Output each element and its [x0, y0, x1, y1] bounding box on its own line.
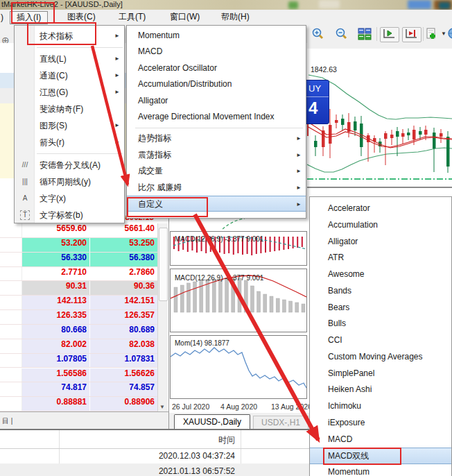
indicators-menu-item-momentum[interactable]: Momentum — [127, 28, 306, 44]
insert-menu-item-text[interactable]: A文字(x) — [15, 190, 124, 207]
one-click-buy-button[interactable]: UY 4 — [305, 80, 329, 124]
bid-cell[interactable]: 74.817 — [22, 382, 90, 396]
menubar-item-tools[interactable]: 工具(T) — [112, 11, 152, 23]
insert-menu-item-technical-indicators[interactable]: 技术指标► — [15, 28, 124, 44]
market-watch-row[interactable]: 56.33056.380 — [0, 253, 157, 267]
indicators-menu-item-accumulation-distribution[interactable]: Accumulation/Distribution — [127, 76, 306, 92]
menubar-item-window[interactable]: 窗口(W) — [164, 11, 206, 23]
bid-cell[interactable]: 1.56586 — [22, 368, 90, 382]
ask-cell[interactable]: 5661.40 — [90, 223, 157, 237]
custom-menu-item-alligator[interactable]: Alligator — [310, 234, 451, 250]
add-indicator-icon[interactable] — [425, 27, 442, 41]
custom-menu-item-atr[interactable]: ATR — [310, 250, 451, 266]
bid-cell[interactable]: 2.7710 — [22, 267, 90, 281]
bid-cell[interactable]: 82.002 — [22, 339, 90, 353]
custom-menu-item-custom-moving-averages[interactable]: Custom Moving Averages — [310, 349, 451, 366]
indicators-menu-item-custom[interactable]: 自定义► — [127, 196, 306, 212]
ask-cell[interactable]: 80.689 — [90, 325, 157, 339]
insert-menu-item-andrews-pitchfork[interactable]: ///安德鲁分叉线(A) — [15, 157, 124, 173]
ask-cell[interactable]: 1.07831 — [90, 354, 157, 368]
custom-menu-item-bands[interactable]: Bands — [310, 283, 451, 300]
globe-icon[interactable] — [447, 27, 452, 41]
bid-cell[interactable]: 80.668 — [22, 325, 90, 339]
ask-cell[interactable]: 142.151 — [90, 296, 157, 309]
bid-cell[interactable]: 1.07805 — [22, 354, 90, 368]
tile-windows-icon[interactable] — [356, 27, 373, 41]
custom-menu-item-bears[interactable]: Bears — [310, 300, 451, 316]
indicators-menu-item-macd[interactable]: MACD — [127, 44, 306, 60]
indicators-menu-item-accelerator-oscillator[interactable]: Accelerator Oscillator — [127, 60, 306, 76]
insert-menu-item-text-label[interactable]: T文字标签(b) — [15, 207, 124, 223]
insert-menu-item-lines[interactable]: 直线(L)► — [15, 51, 124, 67]
chart-autoscroll-icon[interactable] — [402, 27, 421, 42]
market-watch-row[interactable]: 1.565861.56626 — [0, 368, 157, 383]
ask-cell[interactable]: 82.038 — [90, 339, 157, 353]
insert-menu-item-cycle-lines[interactable]: |||循环周期线(y) — [15, 173, 124, 190]
main-chart-window[interactable]: 1842.63 UY 4 — [307, 43, 452, 196]
insert-menu-item-shapes[interactable]: 图形(S)► — [15, 117, 124, 134]
dropdown-caret-icon[interactable]: ▼ — [441, 31, 446, 44]
market-watch-row[interactable]: 80.66880.689 — [0, 325, 157, 339]
bid-cell[interactable]: 126.335 — [22, 310, 90, 324]
scrollbar-down-arrow[interactable]: ▼ — [159, 404, 165, 410]
market-watch-row[interactable]: 53.20053.250 — [0, 238, 157, 253]
bid-cell[interactable]: 56.330 — [22, 253, 90, 266]
insert-menu-item-arrows[interactable]: 箭头(r)► — [15, 134, 124, 151]
custom-menu-item-accelerator[interactable]: Accelerator — [310, 201, 451, 217]
market-watch-row[interactable]: 74.81774.857 — [0, 382, 157, 397]
indicators-menu-item-oscillators[interactable]: 震荡指标► — [127, 147, 306, 163]
market-watch-row[interactable]: 82.00282.038 — [0, 339, 157, 354]
insert-menu-item-fibonacci[interactable]: 斐波纳奇(F) — [15, 101, 124, 117]
ask-cell[interactable]: 56.380 — [90, 253, 157, 266]
ask-cell[interactable]: 74.857 — [90, 382, 157, 396]
bid-cell[interactable]: 53.200 — [22, 238, 90, 252]
ask-cell[interactable]: 90.36 — [90, 281, 157, 295]
market-watch-row[interactable]: 0.888810.88906 — [0, 397, 157, 411]
custom-menu-item-awesome[interactable]: Awesome — [310, 266, 451, 283]
custom-menu-item-bulls[interactable]: Bulls — [310, 316, 451, 332]
menubar-item-help[interactable]: 帮助(H) — [215, 11, 256, 23]
ask-cell[interactable]: 2.7860 — [90, 267, 157, 281]
market-watch-row[interactable]: 90.3190.36 — [0, 281, 157, 296]
ask-cell[interactable]: 126.357 — [90, 310, 157, 324]
indicators-menu-item-alligator[interactable]: Alligator — [127, 93, 306, 109]
indicators-menu-item-volumes[interactable]: 成交量► — [127, 163, 306, 179]
chart-shift-icon[interactable] — [380, 27, 399, 42]
market-watch-row[interactable]: 126.335126.357 — [0, 310, 157, 325]
custom-menu-item-macd-double-line[interactable]: MACD双线 — [310, 448, 451, 464]
bid-cell[interactable]: 90.31 — [22, 281, 90, 295]
ask-cell[interactable]: 53.250 — [90, 238, 157, 252]
custom-menu-item-momentum[interactable]: Momentum — [310, 464, 451, 476]
bid-cell[interactable]: 5659.60 — [22, 223, 90, 237]
custom-menu-item-cci[interactable]: CCI — [310, 332, 451, 349]
indicators-menu-item-trend[interactable]: 趋势指标► — [127, 130, 306, 146]
market-watch-tabs-strip[interactable]: 目 | — [0, 411, 168, 431]
indicators-menu-item-adx[interactable]: Average Directional Movement Index — [127, 109, 306, 125]
custom-menu-item-iexposure[interactable]: iExposure — [310, 415, 451, 432]
custom-menu-item-heiken-ashi[interactable]: Heiken Ashi — [310, 382, 451, 398]
ask-cell[interactable]: 1.56626 — [90, 368, 157, 382]
market-watch-row[interactable]: 1.078051.07831 — [0, 354, 157, 368]
macd-pane-1[interactable]: MACD(12,26,9) -3.377 9.001 — [170, 231, 307, 266]
market-watch-row[interactable]: 142.113142.151 — [0, 296, 157, 310]
scrollbar-thumb[interactable] — [159, 228, 168, 301]
market-watch-row[interactable]: 2.77102.7860 — [0, 267, 157, 282]
custom-menu-item-simplepanel[interactable]: SimplePanel — [310, 366, 451, 382]
zoom-in-icon[interactable] — [311, 27, 327, 41]
market-watch-row[interactable]: 5659.605661.40 — [0, 223, 157, 238]
indicators-menu-item-bill-williams[interactable]: 比尔 威廉姆► — [127, 180, 306, 196]
market-watch-scrollbar[interactable]: ▼ — [157, 223, 168, 411]
momentum-pane[interactable]: Mom(14) 98.1877 — [170, 335, 307, 399]
custom-menu-item-macd[interactable]: MACD — [310, 432, 451, 448]
macd-pane-2[interactable]: MACD(12,26,9) -3.377 9.001 — [170, 269, 307, 332]
bid-cell[interactable]: 142.113 — [22, 296, 90, 309]
menubar-item-insert[interactable]: 插入(I) — [10, 11, 48, 24]
bid-cell[interactable]: 0.88881 — [22, 397, 90, 411]
menubar-item-charts[interactable]: 图表(C) — [61, 11, 102, 23]
insert-menu-item-gann[interactable]: 江恩(G)► — [15, 84, 124, 101]
tab-usdx-h1[interactable]: USDX-,H1 — [253, 416, 308, 430]
ask-cell[interactable]: 0.88906 — [90, 397, 157, 411]
custom-menu-item-ichimoku[interactable]: Ichimoku — [310, 398, 451, 415]
tab-xauusd-daily[interactable]: XAUUSD-,Daily — [174, 414, 250, 430]
insert-menu-item-channels[interactable]: 通道(C)► — [15, 67, 124, 84]
